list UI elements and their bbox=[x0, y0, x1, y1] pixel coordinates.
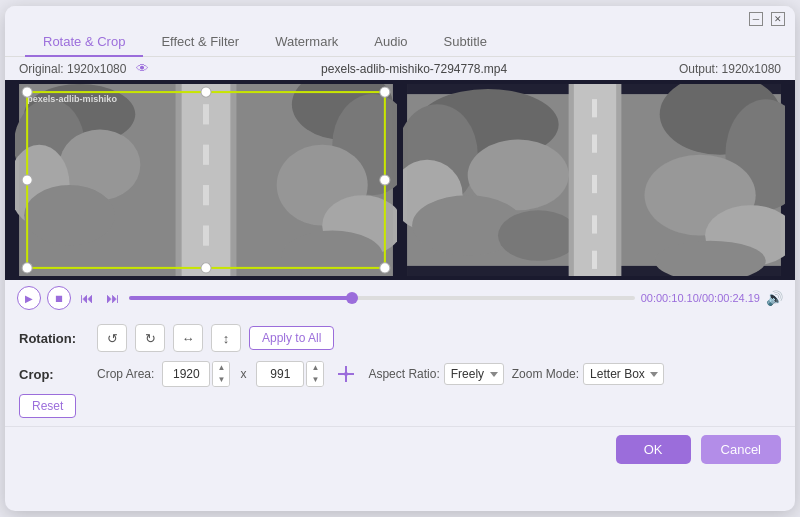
rotate-left-icon: ↺ bbox=[107, 331, 118, 346]
crop-area-label: Crop Area: bbox=[97, 367, 154, 381]
crop-height-input[interactable] bbox=[256, 361, 304, 387]
crop-width-group: ▲ ▼ bbox=[162, 361, 230, 387]
stop-button[interactable]: ⏹ bbox=[47, 286, 71, 310]
minimize-icon: ─ bbox=[753, 14, 759, 24]
tab-subtitle[interactable]: Subtitle bbox=[426, 28, 505, 57]
play-icon: ▶ bbox=[25, 293, 33, 304]
stop-icon: ⏹ bbox=[54, 293, 64, 304]
zoom-mode-group: Zoom Mode: Letter Box bbox=[512, 363, 664, 385]
next-button[interactable]: ⏭ bbox=[103, 286, 123, 310]
crop-width-down[interactable]: ▼ bbox=[213, 374, 229, 386]
close-icon: ✕ bbox=[774, 14, 782, 24]
svg-point-26 bbox=[201, 87, 211, 97]
rotation-label: Rotation: bbox=[19, 331, 89, 346]
svg-point-27 bbox=[201, 263, 211, 273]
filename-label: pexels-adlib-mishiko-7294778.mp4 bbox=[321, 62, 507, 76]
flip-horizontal-button[interactable]: ↔ bbox=[173, 324, 203, 352]
reset-button[interactable]: Reset bbox=[19, 394, 76, 418]
apply-all-button[interactable]: Apply to All bbox=[249, 326, 334, 350]
time-current: 00:00:10.10 bbox=[641, 292, 699, 304]
main-window: ─ ✕ Rotate & Crop Effect & Filter Waterm… bbox=[5, 6, 795, 511]
next-icon: ⏭ bbox=[106, 290, 120, 306]
svg-point-22 bbox=[22, 87, 32, 97]
left-video-preview: pexels-adlib-mishiko bbox=[15, 84, 397, 276]
svg-point-24 bbox=[22, 263, 32, 273]
rotate-right-icon: ↻ bbox=[145, 331, 156, 346]
tab-rotate-crop[interactable]: Rotate & Crop bbox=[25, 28, 143, 57]
tab-audio[interactable]: Audio bbox=[356, 28, 425, 57]
x-separator: x bbox=[240, 367, 246, 381]
time-display: 00:00:10.10/00:00:24.19 bbox=[641, 292, 760, 304]
play-button[interactable]: ▶ bbox=[17, 286, 41, 310]
crop-height-stepper: ▲ ▼ bbox=[306, 361, 324, 387]
zoom-mode-label: Zoom Mode: bbox=[512, 367, 579, 381]
playback-controls: ▶ ⏹ ⏮ ⏭ 00:00:10.10/00:00:24.19 🔊 bbox=[5, 280, 795, 316]
rotate-left-button[interactable]: ↺ bbox=[97, 324, 127, 352]
minimize-button[interactable]: ─ bbox=[749, 12, 763, 26]
prev-button[interactable]: ⏮ bbox=[77, 286, 97, 310]
output-resolution: Output: 1920x1080 bbox=[679, 62, 781, 76]
crop-height-down[interactable]: ▼ bbox=[307, 374, 323, 386]
progress-track[interactable] bbox=[129, 296, 635, 300]
tab-bar: Rotate & Crop Effect & Filter Watermark … bbox=[5, 28, 795, 57]
zoom-mode-select[interactable]: Letter Box bbox=[583, 363, 664, 385]
volume-icon[interactable]: 🔊 bbox=[766, 290, 783, 306]
rotation-row: Rotation: ↺ ↻ ↔ ↕ Apply to All bbox=[19, 324, 781, 352]
progress-fill bbox=[129, 296, 352, 300]
right-video-preview bbox=[403, 84, 785, 276]
close-button[interactable]: ✕ bbox=[771, 12, 785, 26]
svg-point-23 bbox=[380, 87, 390, 97]
svg-point-29 bbox=[380, 175, 390, 185]
crop-height-up[interactable]: ▲ bbox=[307, 362, 323, 374]
crop-width-up[interactable]: ▲ bbox=[213, 362, 229, 374]
svg-rect-53 bbox=[407, 84, 781, 276]
left-preview-panel: pexels-adlib-mishiko bbox=[15, 84, 397, 276]
prev-icon: ⏮ bbox=[80, 290, 94, 306]
window-controls: ─ ✕ bbox=[749, 12, 785, 26]
original-resolution: Original: 1920x1080 bbox=[19, 62, 126, 76]
svg-point-56 bbox=[344, 372, 348, 376]
right-preview-panel bbox=[403, 84, 785, 276]
cancel-button[interactable]: Cancel bbox=[701, 435, 781, 464]
flip-vertical-button[interactable]: ↕ bbox=[211, 324, 241, 352]
bottom-bar: OK Cancel bbox=[5, 426, 795, 472]
svg-point-25 bbox=[380, 263, 390, 273]
svg-rect-19 bbox=[19, 84, 393, 276]
crop-row: Crop: Crop Area: ▲ ▼ x ▲ ▼ bbox=[19, 360, 781, 388]
crop-width-input[interactable] bbox=[162, 361, 210, 387]
flip-h-icon: ↔ bbox=[182, 331, 195, 346]
rotate-right-button[interactable]: ↻ bbox=[135, 324, 165, 352]
aspect-ratio-group: Aspect Ratio: Freely bbox=[368, 363, 503, 385]
info-bar: Original: 1920x1080 👁 pexels-adlib-mishi… bbox=[5, 57, 795, 80]
tab-effect-filter[interactable]: Effect & Filter bbox=[143, 28, 257, 57]
crop-center-icon[interactable] bbox=[332, 360, 360, 388]
svg-text:pexels-adlib-mishiko: pexels-adlib-mishiko bbox=[27, 94, 117, 104]
aspect-ratio-select[interactable]: Freely bbox=[444, 363, 504, 385]
time-total: 00:00:24.19 bbox=[702, 292, 760, 304]
crop-label: Crop: bbox=[19, 367, 89, 382]
progress-thumb[interactable] bbox=[346, 292, 358, 304]
crop-width-stepper: ▲ ▼ bbox=[212, 361, 230, 387]
aspect-ratio-label: Aspect Ratio: bbox=[368, 367, 439, 381]
preview-area: pexels-adlib-mishiko bbox=[5, 80, 795, 280]
tab-watermark[interactable]: Watermark bbox=[257, 28, 356, 57]
ok-button[interactable]: OK bbox=[616, 435, 691, 464]
options-section: Rotation: ↺ ↻ ↔ ↕ Apply to All Crop: Cro… bbox=[5, 316, 795, 426]
flip-v-icon: ↕ bbox=[223, 331, 230, 346]
title-bar: ─ ✕ bbox=[5, 6, 795, 28]
crop-height-group: ▲ ▼ bbox=[256, 361, 324, 387]
svg-point-28 bbox=[22, 175, 32, 185]
eye-icon[interactable]: 👁 bbox=[136, 61, 149, 76]
